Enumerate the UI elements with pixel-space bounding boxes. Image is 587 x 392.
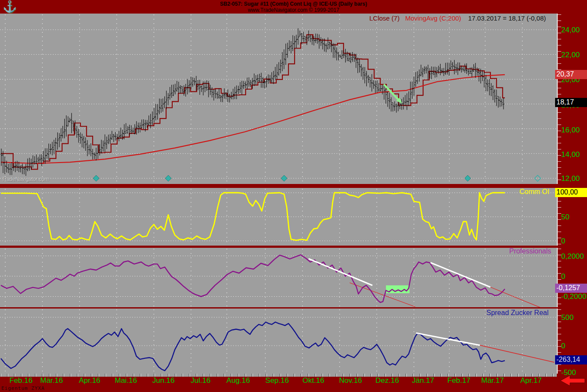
comm-oi-line (1, 193, 505, 240)
x-axis-month-label: Sep.16 (265, 376, 289, 385)
spread-value-badge: -263,14 (555, 355, 587, 364)
last-price-badge: 18,17 (555, 98, 587, 107)
comm-oi-scale-label: 50 (561, 213, 570, 222)
rollover-diamond-marker (281, 175, 287, 181)
x-axis-month-label: Apr.16 (79, 376, 100, 385)
professionals-panel-title: Professionals (509, 247, 551, 255)
comm-oi-panel-title: Comm OI (520, 188, 549, 196)
professionals-scale-label: -0,2000 (561, 292, 587, 301)
professionals-scale-label: 0 (561, 272, 565, 281)
white-trendline[interactable] (309, 259, 372, 285)
x-axis-month-label: Mär.17 (481, 376, 504, 385)
x-axis-month-label: Nov.16 (339, 376, 362, 385)
price-scale-label: 12,00 (561, 174, 580, 183)
professionals-scale-label: 0,2000 (561, 252, 584, 261)
x-axis-month-label: Apr.17 (520, 376, 542, 385)
x-axis-month-label: Jun.16 (152, 376, 174, 385)
moving-average-line (1, 75, 505, 163)
x-axis-month-label: Jul.16 (191, 376, 210, 385)
professionals-scale-ticks[interactable] (558, 249, 561, 306)
price-scale-label: 24,00 (561, 26, 580, 35)
spread-line (1, 322, 505, 371)
x-axis-month-label: Jän.17 (412, 376, 434, 385)
rollover-diamond-marker (93, 175, 99, 181)
red-trendline[interactable] (480, 345, 554, 362)
legend-last-quote: 17.03.2017 = 18,17 (-0,08) (468, 14, 546, 22)
professionals-chart-canvas[interactable] (0, 248, 557, 307)
comm-oi-scale-label: 0 (561, 237, 565, 246)
spread-scale-label: 0 (561, 342, 565, 350)
legend-movingavg[interactable]: MovingAvg (C;200) (405, 14, 461, 22)
price-scale-label: 14,00 (561, 150, 580, 159)
price-scale-label: 22,00 (561, 51, 580, 59)
x-axis-month-label: Feb.16 (10, 376, 33, 385)
trade-navigator-window: ⚓ SB2-057: Sugar #11 (Comb) Cont Liq @ I… (0, 0, 587, 392)
rollover-diamond-marker (165, 175, 171, 181)
x-axis-month-label: Mär.16 (40, 376, 63, 385)
white-trendline[interactable] (431, 263, 490, 287)
watermark: TradeNavigator.com (2, 176, 49, 182)
rollover-diamond-marker-hollow (535, 175, 541, 181)
comm-oi-value-badge: 100,00 (555, 188, 587, 197)
comm-oi-scale-ticks[interactable] (558, 189, 561, 245)
x-axis-month-label: Aug.16 (226, 376, 250, 385)
x-axis-month-label: Dez.16 (375, 376, 399, 385)
professionals-value-badge: -0,1257 (555, 284, 587, 293)
x-axis-month-label: Okt.16 (302, 376, 324, 385)
professionals-line (1, 255, 505, 302)
spread-scale-label: 500 (561, 313, 573, 322)
spread-chart-canvas[interactable] (0, 309, 557, 374)
ma-value-badge: 20,37 (555, 70, 587, 79)
x-axis-month-label: Feb.17 (448, 376, 471, 385)
legend-lclose[interactable]: LClose (7) (369, 14, 399, 22)
footer-ownership-label: Eigentum ZYXA (1, 385, 45, 391)
scroll-left-arrow[interactable] (559, 375, 586, 387)
title-bar: ⚓ SB2-057: Sugar #11 (Comb) Cont Liq @ I… (0, 0, 587, 13)
price-chart-canvas[interactable] (0, 14, 557, 184)
x-axis-month-label: Mai.16 (115, 376, 137, 385)
comm-oi-chart-canvas[interactable] (0, 188, 557, 246)
red-trendline[interactable] (490, 287, 543, 307)
price-scale-label: 16,00 (561, 126, 580, 135)
spread-panel-title: Spread Zucker Real (486, 309, 549, 317)
lclose-step-line (1, 35, 505, 169)
chart-title: SB2-057: Sugar #11 (Comb) Cont Liq @ ICE… (0, 1, 587, 7)
copyright-line: www.TradeNavigator.com © 1999-2017 (0, 7, 587, 13)
rollover-diamond-marker (465, 175, 471, 181)
